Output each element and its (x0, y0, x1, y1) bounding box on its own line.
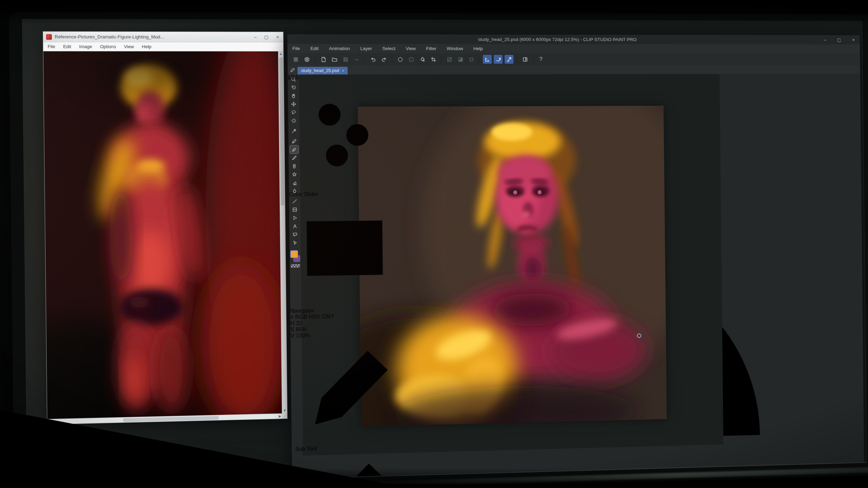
workspace-panel-icon[interactable] (520, 55, 529, 64)
scrollbar-thumb[interactable] (279, 57, 284, 206)
snap-to-grid-icon[interactable] (505, 55, 513, 64)
value-value: 100% (296, 332, 310, 339)
tab-navigator[interactable]: Navigator (290, 300, 400, 314)
main-menu-icon[interactable] (291, 55, 300, 64)
panel-dock-header: › » (288, 74, 398, 81)
invert-selection-icon[interactable] (456, 55, 465, 64)
help-icon[interactable]: ? (536, 55, 545, 64)
save-dropdown-icon[interactable] (352, 55, 361, 64)
clip-studio-logo-icon[interactable] (302, 55, 311, 64)
reference-window-title: Reference-Pictures_Dramatic-Figure-Light… (55, 34, 251, 40)
csp-command-bar: ? (288, 53, 860, 66)
image-viewer-app-icon (46, 34, 52, 40)
undo-icon[interactable] (368, 55, 377, 64)
menu-view[interactable]: View (406, 46, 416, 51)
collapse-all-dock-icon[interactable]: » (291, 75, 294, 80)
menu-image[interactable]: Image (79, 44, 92, 49)
photo-scene: Reference-Pictures_Dramatic-Figure-Light… (0, 0, 868, 488)
tab-color-slider[interactable]: Color Slider (289, 184, 399, 197)
snap-to-special-ruler-icon[interactable] (494, 55, 502, 64)
menu-file[interactable]: File (292, 46, 300, 51)
reference-titlebar[interactable]: Reference-Pictures_Dramatic-Figure-Light… (43, 32, 283, 42)
menu-edit[interactable]: Edit (311, 46, 319, 51)
sub-tool-panel: Sub Tool Tool property (Noah's first bru… (291, 337, 408, 487)
collapse-dock-icon[interactable]: › (288, 75, 290, 80)
mode-rgb[interactable]: RGB (295, 314, 307, 320)
mode-hsv[interactable]: HSV (309, 314, 320, 320)
open-file-icon[interactable] (330, 55, 339, 64)
menu-options[interactable]: Options (100, 44, 116, 49)
scroll-right-icon[interactable]: ▶ (279, 414, 282, 418)
close-icon[interactable]: × (852, 37, 854, 42)
close-icon[interactable]: × (276, 35, 279, 40)
menu-help[interactable]: Help (473, 46, 483, 51)
delete-selection-icon[interactable] (407, 55, 416, 64)
menu-animation[interactable]: Animation (329, 46, 350, 51)
tab-label: Navigator (290, 308, 314, 314)
saturation-label: S (291, 327, 294, 332)
processing-spinner-icon (396, 55, 405, 64)
maximize-icon[interactable]: ▢ (264, 35, 269, 40)
csp-window-title: study_head_25.psd (6000 x 6000px 72dpi 1… (287, 36, 818, 42)
menu-file[interactable]: File (47, 44, 55, 49)
csp-menubar: File Edit Animation Layer Select View Fi… (288, 44, 860, 53)
close-tab-icon[interactable]: × (342, 68, 344, 73)
minimize-icon[interactable]: – (254, 35, 257, 40)
new-file-icon[interactable] (319, 55, 328, 64)
selection-border-icon[interactable] (467, 55, 476, 64)
menu-view[interactable]: View (124, 44, 134, 49)
clip-studio-paint-window: study_head_25.psd (6000 x 6000px 72dpi 1… (287, 34, 864, 481)
menu-select[interactable]: Select (382, 46, 395, 51)
reference-menubar: File Edit Image Options View Help (43, 42, 283, 51)
menu-layer[interactable]: Layer (360, 46, 372, 51)
reference-photo (43, 51, 282, 419)
color-slider-panel: Color Slider Navigator ≡ RGB HSV (288, 81, 401, 339)
resize-grip[interactable] (282, 413, 287, 419)
menu-filter[interactable]: Filter (426, 46, 436, 51)
tab-label: Sub Tool (295, 446, 317, 452)
hue-label: H (290, 321, 294, 327)
scroll-down-icon[interactable]: ▼ (283, 408, 286, 413)
tab-label: Color Slider (289, 191, 318, 197)
csp-titlebar[interactable]: study_head_25.psd (6000 x 6000px 72dpi 1… (287, 34, 860, 44)
document-tab-label: study_head_25.psd (301, 68, 339, 73)
tablet-screen: Reference-Pictures_Dramatic-Figure-Light… (22, 19, 867, 487)
minimize-icon[interactable]: – (824, 37, 826, 42)
hue-value: 32 (296, 320, 302, 326)
panel-menu-icon[interactable]: ≡ (290, 314, 294, 320)
pen-display-tablet: Reference-Pictures_Dramatic-Figure-Light… (9, 12, 868, 488)
reference-viewer-window: Reference-Pictures_Dramatic-Figure-Light… (43, 31, 288, 425)
scroll-up-icon[interactable]: ▲ (279, 52, 282, 57)
fill-icon[interactable] (418, 55, 427, 64)
redo-icon[interactable] (379, 55, 389, 64)
value-label: V (291, 333, 294, 339)
mode-cmy[interactable]: CMY (322, 313, 334, 320)
document-tab[interactable]: study_head_25.psd × (297, 67, 348, 74)
menu-window[interactable]: Window (447, 46, 463, 51)
current-tool-pen-icon (290, 67, 296, 73)
crop-icon[interactable] (429, 55, 438, 64)
painting-canvas[interactable] (358, 106, 667, 427)
snap-to-ruler-icon[interactable] (483, 55, 492, 64)
saturation-value: 85% (296, 326, 307, 332)
maximize-icon[interactable]: ▢ (837, 37, 841, 42)
menu-edit[interactable]: Edit (63, 44, 71, 49)
save-icon[interactable] (341, 55, 350, 64)
menu-help[interactable]: Help (142, 44, 151, 49)
deselect-icon[interactable] (445, 55, 454, 64)
